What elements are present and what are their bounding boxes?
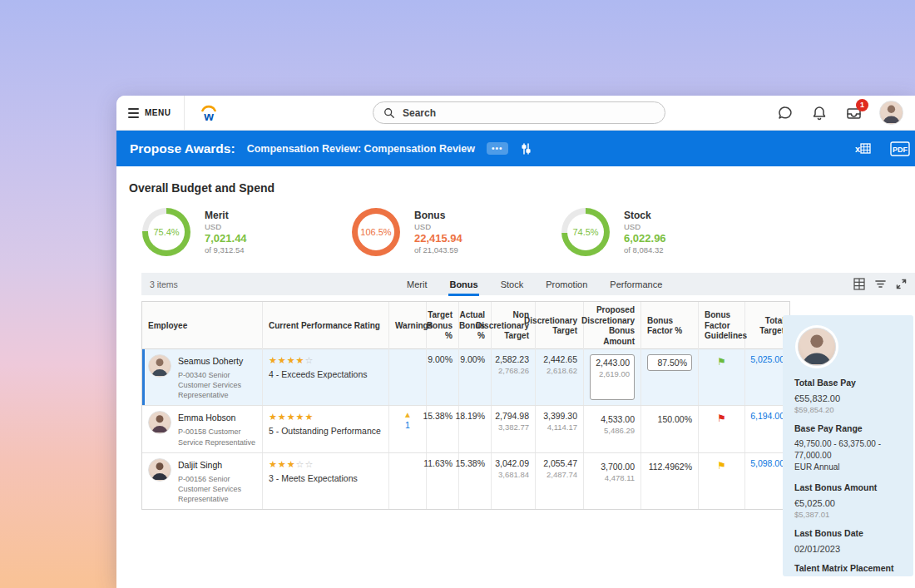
export-pdf-icon[interactable]: PDF [890,141,910,156]
employee-name[interactable]: Emma Hobson [178,413,256,422]
last-bonus-date-value: 02/01/2023 [794,544,902,554]
last-bonus-amount-value: €5,025.00 [794,498,902,508]
grid-toolbar: 3 items Merit Bonus Stock Promotion Perf… [141,273,915,295]
menu-label: MENU [145,108,171,117]
warnings-cell[interactable]: ▲1 [395,411,420,447]
bonus-label: Bonus [414,210,462,221]
col-bonus-factor: Bonus Factor % [641,302,699,350]
section-title: Overall Budget and Spend [129,181,915,195]
employee-name[interactable]: Daljit Singh [178,460,256,470]
page-header-banner: Propose Awards: Compensation Review: Com… [116,131,915,166]
employee-name[interactable]: Seamus Doherty [178,356,256,366]
total-base-pay-value: €55,832.00 [794,393,902,403]
expand-icon[interactable] [896,279,907,289]
notifications-bell-icon[interactable] [811,105,828,121]
bonus-donut-chart: 106.5% [352,208,400,256]
employee-position: P-00156 Senior Customer Services Represe… [178,474,256,504]
tab-stock[interactable]: Stock [500,274,525,294]
stock-budget-total: of 8,084.32 [624,245,666,254]
items-count: 3 items [150,279,178,289]
tab-bar: Merit Bonus Stock Promotion Performance [406,274,663,294]
table-row-emma-hobson[interactable]: Emma Hobson P-00158 Customer Service Rep… [142,406,789,452]
export-excel-icon[interactable]: x [855,141,872,156]
target-bonus-pct: 15.38% [427,406,459,452]
tab-performance[interactable]: Performance [609,274,663,294]
stock-donut-chart: 74.5% [561,208,610,256]
rating-text: 4 - Exceeds Expectations [269,369,383,379]
search-input[interactable]: Search [373,101,665,124]
guideline-flag-icon: ⚑ [717,413,726,423]
merit-budget-donut: 75.4% Merit USD 7,021.44 of 9,312.54 [142,208,352,256]
col-proposed-amount: Proposed Discretionary Bonus Amount [584,302,641,350]
guideline-flag-icon: ⚑ [717,357,726,367]
rating-text: 5 - Outstanding Performance [269,426,383,436]
total-base-pay-label: Total Base Pay [794,378,902,388]
total-target-link[interactable]: 5,025.00 [750,354,784,364]
employee-avatar [148,458,171,482]
total-target-link[interactable]: 5,098.00 [750,458,784,468]
warnings-cell [395,354,420,400]
employee-detail-panel: Total Base Pay €55,832.00 $59,854.20 Bas… [783,315,913,576]
merit-budget-total: of 9,312.54 [205,245,247,254]
table-view-icon[interactable] [853,278,865,290]
table-row-daljit-singh[interactable]: Daljit Singh P-00156 Senior Customer Ser… [142,453,789,509]
stock-label: Stock [624,210,666,221]
sliders-icon[interactable] [520,142,532,156]
non-disc-target: 2,794.983,382.77 [495,411,529,447]
bonus-factor-input[interactable]: 87.50% [647,354,692,371]
disc-target: 2,442.652,618.62 [543,354,577,400]
top-bar: MENU w Search [116,96,915,131]
bonus-factor[interactable]: 150.00% [641,406,699,452]
stock-budget-donut: 74.5% Stock USD 6,022.96 of 8,084.32 [561,208,771,256]
guideline-flag-icon: ⚑ [717,461,726,471]
stock-percent: 74.5% [561,208,610,256]
proposed-amount[interactable]: 4,533.005,486.29 [601,414,635,447]
tab-promotion[interactable]: Promotion [545,274,588,294]
menu-button[interactable]: MENU [128,108,171,118]
rating-stars: ★★★☆☆ [269,460,383,469]
rating-text: 3 - Meets Expectations [269,473,383,483]
disc-target: 2,055.472,487.74 [543,458,577,504]
profile-avatar[interactable] [879,101,903,125]
disc-target: 3,399.304,114.17 [543,411,577,447]
merit-currency: USD [205,222,247,231]
merit-donut-chart: 75.4% [142,208,190,256]
table-row-seamus-doherty[interactable]: Seamus Doherty P-00340 Senior Customer S… [142,349,789,406]
actual-bonus-pct: 18.19% [459,406,492,452]
col-disc-target: Discretionary Target [536,302,584,350]
col-target-bonus: Target Bonus % [427,302,459,350]
inbox-tray-icon[interactable]: 1 [845,105,862,121]
total-target-link[interactable]: 6,194.00 [750,411,784,421]
tab-bonus[interactable]: Bonus [448,274,478,294]
tab-merit[interactable]: Merit [406,274,428,294]
divider [184,96,185,131]
non-disc-target: 2,582.232,768.26 [495,354,529,400]
bonus-currency: USD [414,222,462,231]
filter-icon[interactable] [875,279,886,289]
hamburger-icon [128,108,139,118]
bonus-factor[interactable]: 112.4962% [641,453,699,509]
bonus-percent: 106.5% [352,208,400,256]
target-bonus-pct: 11.63% [427,453,459,509]
total-base-pay-usd: $59,854.20 [794,405,902,414]
workday-logo[interactable]: w [198,102,220,124]
non-disc-target: 3,042.093,681.84 [495,458,529,504]
base-pay-range-label: Base Pay Range [794,423,902,433]
employee-avatar[interactable] [798,328,836,366]
bonus-budget-total: of 21,043.59 [414,245,462,254]
proposed-amount[interactable]: 3,700.004,478.11 [601,462,635,504]
rating-stars: ★★★★★ [269,413,383,422]
proposed-amount-input[interactable]: 2,443.002,619.00 [590,354,635,400]
table-header-row: Employee Current Performance Rating Warn… [142,302,789,349]
related-actions-ellipsis-icon[interactable]: ••• [487,142,508,155]
svg-text:PDF: PDF [893,146,908,154]
target-bonus-pct: 9.00% [427,349,459,405]
employee-avatar [148,354,171,378]
merit-spend: 7,021.44 [205,232,247,245]
search-placeholder: Search [403,107,436,119]
last-bonus-amount-label: Last Bonus Amount [794,482,902,492]
last-bonus-amount-usd: $5,387.01 [794,510,902,519]
chat-icon[interactable] [777,105,794,121]
employee-position: P-00340 Senior Customer Services Represe… [178,370,256,400]
svg-text:w: w [204,108,215,122]
